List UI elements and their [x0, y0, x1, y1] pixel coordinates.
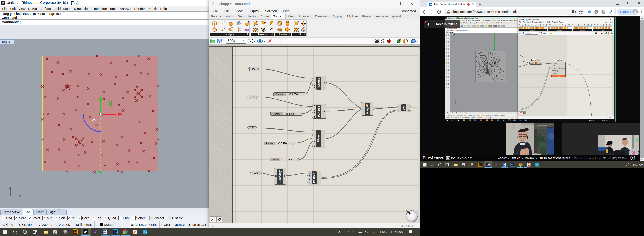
svg-text:B: B [430, 3, 431, 6]
svg-text:B: B [526, 120, 526, 121]
svg-text:x: x [19, 194, 21, 198]
svg-text:S: S [596, 10, 597, 13]
svg-text:x: x [458, 104, 459, 105]
svg-text:y: y [9, 186, 10, 190]
svg-text:✕: ✕ [250, 40, 252, 42]
svg-text:y: y [455, 101, 456, 102]
svg-text:Ps: Ps [520, 120, 521, 121]
